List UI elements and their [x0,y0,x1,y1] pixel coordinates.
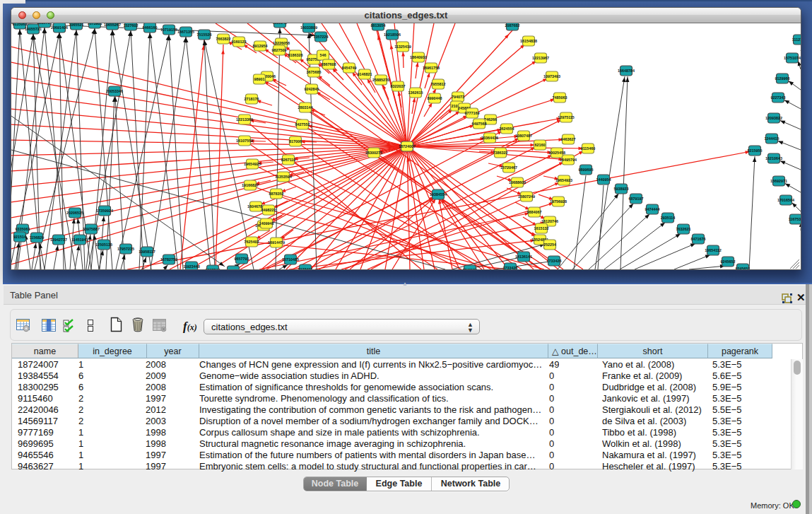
svg-text:8878352: 8878352 [269,192,284,196]
svg-text:33975887: 33975887 [83,227,100,231]
svg-text:1362615: 1362615 [408,90,423,95]
svg-text:12213369: 12213369 [236,117,253,122]
svg-text:1167531: 1167531 [789,217,801,221]
svg-text:2718176: 2718176 [245,97,259,101]
svg-text:12093822: 12093822 [765,116,782,120]
svg-text:9129966: 9129966 [775,76,790,81]
svg-text:8471676: 8471676 [691,237,706,241]
svg-text:7341120: 7341120 [463,268,478,270]
svg-text:9899695: 9899695 [579,168,594,172]
svg-text:16107552: 16107552 [236,139,253,143]
svg-text:8186328: 8186328 [288,53,303,57]
svg-text:1615132: 1615132 [534,226,549,230]
svg-text:7625402: 7625402 [245,240,259,244]
svg-text:2235714: 2235714 [37,23,52,25]
svg-text:8912954: 8912954 [253,44,268,48]
svg-text:28300275: 28300275 [365,151,382,155]
svg-text:817006: 817006 [289,139,302,144]
svg-text:3675685: 3675685 [307,70,322,74]
svg-text:1180342: 1180342 [273,23,288,25]
svg-text:16782759: 16782759 [160,257,177,262]
svg-text:19654923: 19654923 [555,178,572,182]
svg-text:15720467: 15720467 [500,165,517,170]
svg-text:12505135: 12505135 [95,243,112,247]
svg-text:16671355: 16671355 [177,30,194,34]
svg-text:10655267: 10655267 [104,23,121,27]
svg-text:10654112: 10654112 [705,248,722,252]
svg-text:19166827: 19166827 [242,183,259,187]
svg-text:794073: 794073 [452,95,464,99]
svg-text:15751074: 15751074 [784,56,801,60]
svg-text:19218506: 19218506 [384,33,401,37]
svg-text:1156829: 1156829 [30,235,45,240]
svg-text:7632621: 7632621 [676,227,691,231]
svg-text:9115460: 9115460 [581,146,596,151]
svg-text:6879197: 6879197 [629,197,644,201]
svg-text:546: 546 [320,53,326,57]
svg-text:17016504: 17016504 [777,198,794,202]
svg-text:252254: 252254 [543,243,556,247]
svg-text:2087682: 2087682 [505,23,520,28]
svg-text:15692971: 15692971 [770,179,787,183]
svg-text:15710485: 15710485 [282,257,299,262]
svg-text:16120746: 16120746 [541,219,558,223]
svg-text:19384554: 19384554 [430,192,447,197]
svg-text:9160123: 9160123 [232,40,247,44]
svg-text:1440954: 1440954 [596,177,611,182]
svg-text:10973493: 10973493 [543,74,560,78]
svg-text:9335061: 9335061 [16,227,30,231]
svg-text:9657791: 9657791 [226,269,241,270]
svg-text:98901: 98901 [254,77,265,81]
svg-text:62160: 62160 [535,143,546,147]
svg-text:20206535: 20206535 [66,211,83,215]
svg-text:2803144: 2803144 [298,105,313,110]
svg-text:6466160: 6466160 [143,25,158,30]
svg-text:1065521: 1065521 [69,23,84,27]
svg-text:9827509: 9827509 [272,48,287,52]
svg-text:8427552: 8427552 [295,122,310,127]
svg-text:20053346: 20053346 [106,89,123,93]
svg-text:25885270: 25885270 [372,78,389,82]
svg-text:2935114: 2935114 [661,216,676,220]
svg-text:7386322: 7386322 [493,151,508,155]
svg-text:10958117: 10958117 [139,250,155,254]
svg-text:3624554: 3624554 [500,127,514,131]
svg-text:16495794: 16495794 [560,158,577,162]
svg-text:20691406: 20691406 [51,25,68,30]
svg-text:18640910: 18640910 [410,55,427,59]
svg-text:1244415: 1244415 [765,136,779,141]
svg-text:16914479: 16914479 [268,240,285,245]
svg-text:1409948: 1409948 [259,221,274,226]
svg-text:1292344: 1292344 [206,268,220,270]
svg-text:921514: 921514 [13,235,26,239]
svg-text:11353594: 11353594 [275,175,292,179]
svg-text:9777169: 9777169 [465,111,480,115]
svg-text:11923448: 11923448 [183,264,200,269]
svg-text:10688609: 10688609 [509,180,526,185]
svg-text:3498222: 3498222 [261,208,276,212]
svg-text:1733426: 1733426 [547,259,562,263]
svg-text:8215955: 8215955 [748,148,763,153]
svg-text:12942737: 12942737 [50,238,67,242]
svg-text:12213967: 12213967 [532,56,549,60]
svg-text:7955812: 7955812 [431,82,446,86]
svg-text:16210643: 16210643 [765,156,782,160]
svg-text:5938923: 5938923 [614,187,629,191]
svg-text:12975115: 12975115 [558,115,575,119]
svg-text:9227343: 9227343 [771,95,786,100]
svg-text:10807487: 10807487 [515,134,532,138]
svg-text:9135061: 9135061 [13,23,28,26]
svg-text:15807249: 15807249 [518,194,535,199]
svg-text:6497568: 6497568 [472,122,487,126]
svg-text:2867608: 2867608 [322,62,336,66]
svg-text:16154838: 16154838 [520,39,537,43]
svg-text:8322037: 8322037 [391,84,406,88]
svg-text:13226058: 13226058 [273,41,290,45]
svg-text:8123411: 8123411 [298,267,313,270]
svg-text:7663822: 7663822 [216,37,231,41]
svg-text:1527602: 1527602 [124,23,139,28]
svg-text:10719155: 10719155 [160,28,177,32]
svg-text:9242845: 9242845 [305,87,319,91]
svg-text:8813054: 8813054 [371,23,386,28]
svg-text:17957235: 17957235 [117,247,134,251]
